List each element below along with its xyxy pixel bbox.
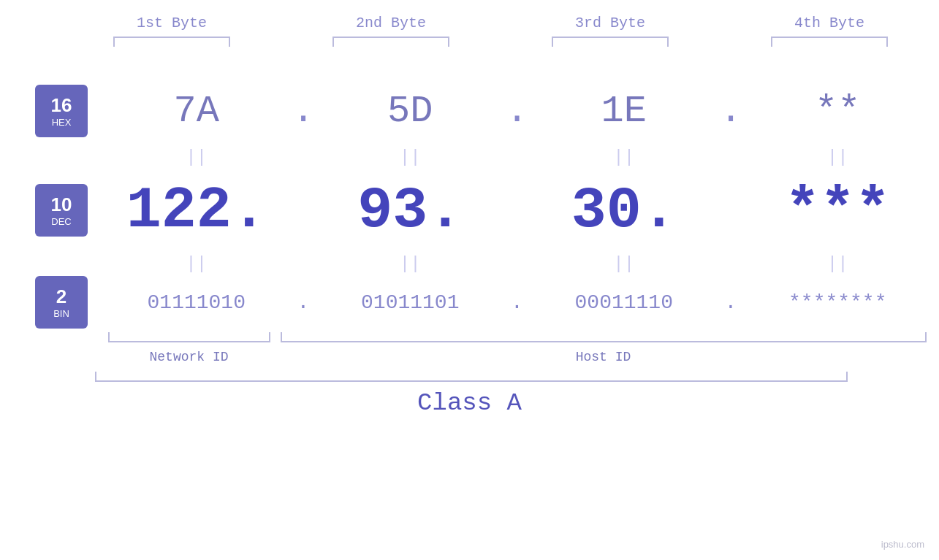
- dec-badge: 10 DEC: [35, 184, 88, 237]
- watermark: ipshu.com: [881, 539, 924, 550]
- eq2-3: ||: [536, 254, 713, 274]
- bin-dot-1: .: [285, 291, 322, 314]
- dec-val-1: 122.: [108, 177, 286, 244]
- dec-badge-num: 10: [51, 193, 72, 216]
- dec-row-section: 10 DEC 122. . 93. . 30. . ***: [0, 170, 939, 250]
- bin-val-2: 01011101: [322, 291, 499, 314]
- host-id-label: Host ID: [281, 350, 927, 364]
- byte4-header: 4th Byte: [720, 15, 939, 34]
- bracket-cell-3: [501, 34, 720, 49]
- id-labels-row: Network ID Host ID: [108, 350, 927, 364]
- bin-dot-2: .: [499, 291, 536, 314]
- byte1-header: 1st Byte: [62, 15, 281, 34]
- bracket-1: [113, 37, 230, 47]
- dec-value-row: 122. . 93. . 30. . ***: [108, 177, 927, 244]
- hex-badge: 16 HEX: [35, 85, 88, 137]
- class-label: Class A: [0, 389, 939, 417]
- bin-val-3: 00011110: [536, 291, 713, 314]
- dec-dot-1: .: [285, 177, 322, 244]
- eq2-2: ||: [322, 254, 499, 274]
- top-bracket-row: [62, 34, 939, 49]
- dec-val-3: 30.: [536, 177, 713, 244]
- equals-row-2: || || || ||: [108, 250, 927, 277]
- bin-badge-label: BIN: [53, 308, 69, 319]
- bracket-cell-2: [281, 34, 501, 49]
- byte3-header: 3rd Byte: [501, 15, 720, 34]
- header-row: 1st Byte 2nd Byte 3rd Byte 4th Byte: [62, 15, 939, 34]
- hex-badge-num: 16: [51, 94, 72, 117]
- bin-value-row: 01111010 . 01011101 . 00011110 . *******…: [108, 291, 927, 314]
- bin-badge: 2 BIN: [35, 276, 88, 329]
- host-id-bracket: [281, 332, 927, 342]
- dec-dot-3: .: [712, 177, 749, 244]
- hex-row-section: 16 HEX 7A . 5D . 1E . **: [0, 78, 939, 144]
- bin-val-1: 01111010: [108, 291, 286, 314]
- bin-badge-num: 2: [56, 285, 66, 308]
- eq1-2: ||: [322, 147, 499, 167]
- bracket-cell-4: [720, 34, 939, 49]
- eq1-1: ||: [108, 147, 286, 167]
- bottom-bracket-container: [108, 332, 927, 347]
- main-container: 1st Byte 2nd Byte 3rd Byte 4th Byte 16 H…: [0, 0, 939, 560]
- hex-val-4: **: [749, 90, 927, 133]
- bracket-4: [771, 37, 888, 47]
- bin-dot-3: .: [712, 291, 749, 314]
- hex-value-row: 7A . 5D . 1E . **: [108, 90, 927, 133]
- hex-dot-2: .: [499, 90, 536, 133]
- hex-val-1: 7A: [108, 90, 286, 133]
- network-id-label: Network ID: [108, 350, 270, 364]
- eq2-1: ||: [108, 254, 286, 274]
- bracket-cell-1: [62, 34, 281, 49]
- hex-dot-1: .: [285, 90, 322, 133]
- bracket-2: [332, 37, 449, 47]
- bin-row-section: 2 BIN 01111010 . 01011101 . 00011110 .: [0, 277, 939, 328]
- dec-dot-2: .: [499, 177, 536, 244]
- eq1-3: ||: [536, 147, 713, 167]
- bin-val-4: ********: [749, 291, 927, 314]
- hex-val-3: 1E: [536, 90, 713, 133]
- network-id-bracket: [108, 332, 270, 342]
- dec-val-4: ***: [749, 177, 927, 244]
- equals-row-1: || || || ||: [108, 144, 927, 170]
- dec-badge-label: DEC: [51, 216, 71, 227]
- hex-badge-label: HEX: [52, 117, 72, 128]
- dec-val-2: 93.: [322, 177, 499, 244]
- hex-val-2: 5D: [322, 90, 499, 133]
- eq1-4: ||: [749, 147, 927, 167]
- byte2-header: 2nd Byte: [281, 15, 501, 34]
- full-bottom-bracket: [95, 372, 848, 382]
- hex-dot-3: .: [712, 90, 749, 133]
- bracket-3: [552, 37, 669, 47]
- eq2-4: ||: [749, 254, 927, 274]
